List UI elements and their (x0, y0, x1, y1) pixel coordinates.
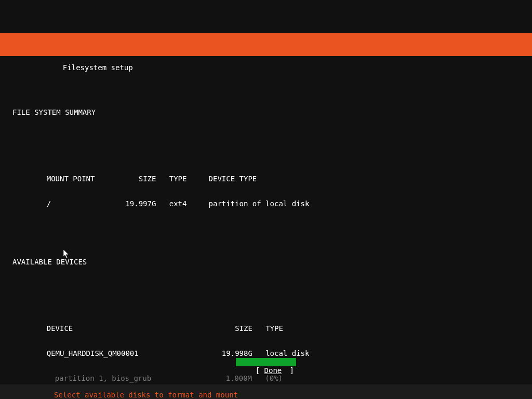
col-devtype: DEVICE TYPE (209, 175, 257, 183)
done-button[interactable]: [ Done] (236, 358, 296, 366)
status-bar: Select available disks to format and mou… (0, 384, 532, 399)
device-header-row: DEVICESIZETYPE (12, 316, 532, 324)
summary-devtype: partition of local disk (209, 200, 310, 208)
summary-mount: / (47, 200, 121, 208)
status-help: Select available disks to format and mou… (54, 391, 238, 399)
col-device: DEVICE (47, 324, 222, 332)
header-bar: Filesystem setup (0, 33, 532, 56)
summary-header-row: MOUNT POINTSIZETYPEDEVICE TYPE (12, 166, 532, 175)
summary-heading: FILE SYSTEM SUMMARY (12, 108, 532, 116)
summary-row[interactable]: /19.997Gext4partition of local disk (12, 191, 532, 200)
done-label: Done (264, 366, 282, 375)
progress-bar: 5 / 8 (0, 374, 532, 382)
col-dtype: TYPE (265, 324, 283, 332)
col-dsize: SIZE (222, 324, 265, 332)
col-mount: MOUNT POINT (47, 175, 121, 183)
summary-size: 19.997G (121, 200, 169, 208)
available-heading: AVAILABLE DEVICES (12, 258, 532, 266)
summary-type: ext4 (169, 200, 209, 208)
col-size: SIZE (121, 175, 169, 183)
header-title: Filesystem setup (63, 63, 133, 72)
col-type: TYPE (169, 175, 209, 183)
